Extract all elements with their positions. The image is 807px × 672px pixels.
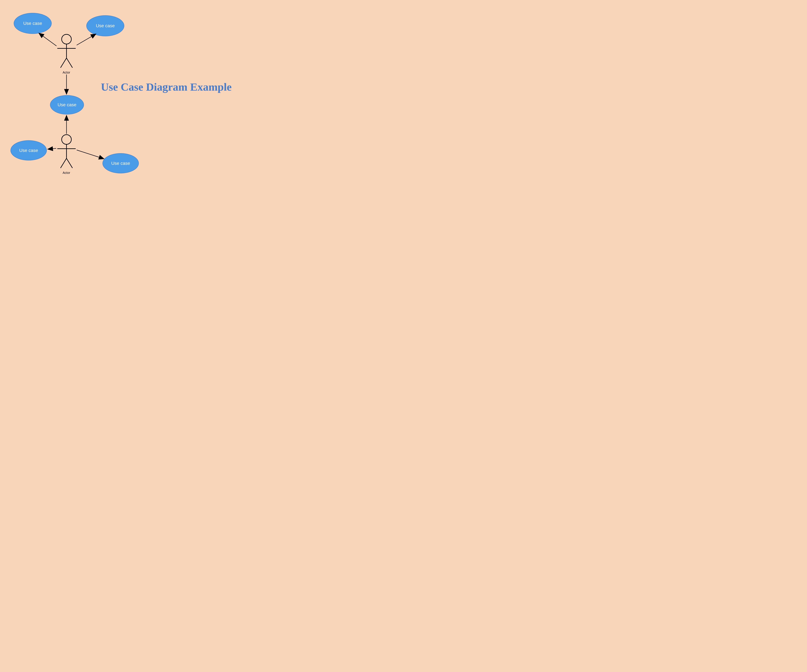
use-case-label: Use case [111,161,130,166]
use-case-label: Use case [19,148,38,153]
svg-line-10 [66,158,73,168]
use-case-top-left: Use case [14,13,51,34]
actor-top-icon [57,34,76,68]
use-case-top-right: Use case [86,15,124,36]
svg-line-4 [61,58,66,68]
use-case-middle: Use case [50,95,84,114]
actor-bottom-icon [57,135,76,168]
arrow-top-right [77,34,96,45]
use-case-bottom-right: Use case [103,153,139,173]
use-case-label: Use case [23,21,42,26]
use-case-bottom-left: Use case [10,140,47,161]
svg-line-9 [61,158,66,168]
diagram-title: Use Case Diagram Example [101,81,246,93]
arrow-top-left [39,33,56,46]
actor-top-label: Actor [63,71,70,74]
use-case-label: Use case [96,23,115,28]
svg-point-1 [61,34,71,44]
svg-point-6 [61,135,71,144]
arrow-bottom-left [48,148,56,149]
svg-line-5 [66,58,73,68]
use-case-label: Use case [58,102,76,108]
arrow-bottom-right [77,150,104,159]
actor-bottom-label: Actor [63,171,70,175]
